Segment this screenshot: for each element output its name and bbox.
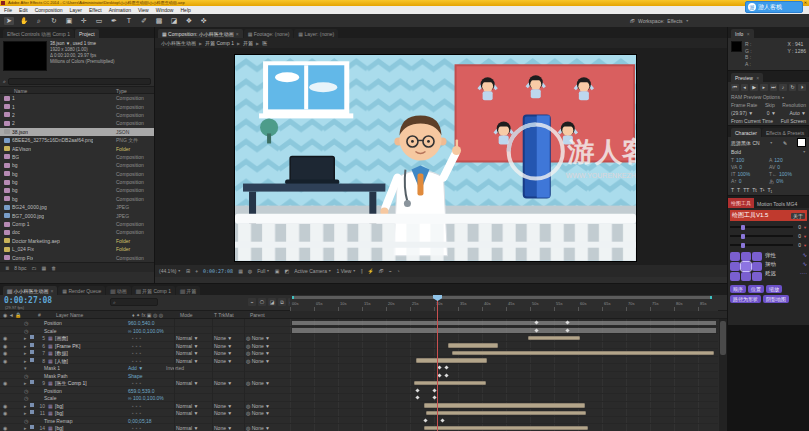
layer-color-chip[interactable] [30, 343, 34, 347]
layer-visibility-toggle[interactable]: ◉ [3, 358, 7, 364]
project-row[interactable]: bgComposition [0, 161, 154, 169]
timeline-row-prop[interactable]: ◷Position659.0,539.0 [0, 387, 290, 395]
tab-comp-0[interactable]: ▦ Composition: 小小科医生动画× [158, 29, 243, 38]
grid-options-icon[interactable]: ⊞ [186, 268, 190, 274]
transparency-grid-icon[interactable]: ◩ [285, 268, 290, 274]
project-row[interactable]: Comp 1Composition [0, 220, 154, 228]
anchor-cell[interactable] [752, 262, 762, 271]
project-row[interactable]: bgComposition [0, 178, 154, 186]
twirl-icon[interactable]: ▸ [24, 350, 27, 356]
eyedropper-icon[interactable]: ✎ [783, 140, 787, 146]
layer-visibility-toggle[interactable]: ◉ [3, 425, 7, 431]
project-row[interactable]: bgComposition [0, 195, 154, 203]
timeline-graph-row[interactable] [290, 334, 718, 342]
resolution-select[interactable]: Full▼ [257, 268, 270, 274]
layer-duration-bar[interactable] [452, 351, 714, 356]
mg-slider[interactable]: 0▼ [730, 242, 807, 248]
first-frame-button[interactable]: ⏮ [731, 84, 739, 91]
fill-color-swatch[interactable] [797, 138, 806, 147]
character-value[interactable]: 0% [776, 178, 783, 184]
layer-switches[interactable]: ▪▪▪ [132, 425, 143, 431]
exposure-icon[interactable]: ◔ [397, 268, 400, 274]
breadcrumb-item[interactable]: 开篇 Comp 1 [205, 40, 234, 46]
timeline-row-layer[interactable]: ◉▸9▦[医生 Comp 1]▪▪▪Normal ▼None ▼◎ None ▼ [0, 379, 290, 387]
character-field[interactable]: IT100% [731, 171, 768, 177]
anchor-grid[interactable] [730, 252, 762, 281]
layer-color-chip[interactable] [30, 350, 34, 354]
project-row[interactable]: 1Composition [0, 94, 154, 102]
timeline-graph-row[interactable] [290, 357, 718, 365]
layer-mode-select[interactable]: Normal ▼ [176, 403, 198, 409]
timeline-row-prop[interactable]: ◷Scale∞ 100.0,100.0% [0, 327, 290, 335]
menu-help[interactable]: Help [180, 7, 190, 13]
preview-value-select[interactable]: (29.97) ▼ [731, 110, 753, 116]
close-icon[interactable]: × [50, 288, 53, 294]
full-screen-toggle[interactable]: Full Screen [781, 118, 806, 124]
twirl-icon[interactable]: ▸ [24, 425, 27, 431]
project-row[interactable]: bgComposition [0, 186, 154, 194]
rotation-tool[interactable]: ↻ [49, 17, 59, 25]
timeline-graph-row[interactable] [290, 424, 718, 431]
close-icon[interactable]: × [236, 31, 239, 37]
slider-handle[interactable] [741, 243, 745, 248]
camera-select[interactable]: Active Camera▼ [294, 268, 331, 274]
prev-frame-button[interactable]: ◂ [741, 84, 749, 91]
project-row[interactable]: BGComposition [0, 153, 154, 161]
layer-duration-bar[interactable] [528, 336, 580, 341]
tab-draw-tools[interactable]: 绘图工具 [728, 198, 754, 208]
anchor-cell[interactable] [741, 252, 751, 261]
timeline-graph-row[interactable] [290, 372, 718, 380]
keyframe-icon[interactable] [432, 388, 436, 392]
style-button[interactable]: T [737, 187, 740, 193]
layer-color-chip[interactable] [30, 335, 34, 339]
project-row[interactable]: 2Composition [0, 119, 154, 127]
project-row[interactable]: 1Composition [0, 102, 154, 110]
keyframe-icon[interactable] [432, 396, 436, 400]
mask-inverted-checkbox[interactable]: Inverted [166, 365, 184, 371]
project-row[interactable]: 2Composition [0, 111, 154, 119]
character-field[interactable]: あ0% [769, 178, 806, 184]
timeline-row-prop[interactable]: ◷Mask PathShape [0, 372, 290, 380]
mg-about-button[interactable]: 关于 [791, 213, 805, 219]
timeline-row-layer[interactable]: ◉▸6▦[Frame PK]▪▪▪Normal ▼None ▼◎ None ▼ [0, 342, 290, 350]
current-time-display[interactable]: 0:00:27:08 [4, 296, 52, 305]
keyframe-icon[interactable] [444, 366, 448, 370]
clone-stamp-tool[interactable]: ▩ [154, 17, 164, 25]
character-value[interactable]: 0 [777, 164, 780, 170]
layer-parent-select[interactable]: ◎ None ▼ [246, 410, 270, 416]
stopwatch-icon[interactable]: ◷ [24, 388, 28, 394]
twirl-icon[interactable]: ▸ [24, 403, 27, 409]
timeline-graph-row[interactable] [290, 417, 718, 425]
selection-tool[interactable]: ➤ [4, 17, 14, 25]
twirl-icon[interactable]: ▾ [24, 365, 27, 371]
project-row[interactable]: docComposition [0, 228, 154, 236]
style-button[interactable]: TT [743, 187, 749, 193]
timeline-graph-row[interactable] [290, 394, 718, 402]
layer-name[interactable]: [bg] [55, 425, 63, 431]
timeline-scrollbar[interactable] [719, 319, 727, 431]
layer-parent-select[interactable]: ◎ None ▼ [246, 425, 270, 431]
property-name[interactable]: Time Remap [44, 418, 72, 424]
flowchart-icon[interactable]: ⌁ [389, 268, 392, 274]
layer-name[interactable]: [bg] [55, 410, 63, 416]
delete-icon[interactable]: 🗑 [51, 265, 56, 271]
timeline-search-input[interactable]: ⌕ [110, 298, 158, 306]
play-button[interactable]: ▶ [750, 84, 758, 91]
layer-mode-select[interactable]: Normal ▼ [176, 380, 198, 386]
stopwatch-icon[interactable]: ◷ [24, 395, 28, 401]
layer-switches[interactable]: ▪▪▪ [132, 358, 143, 364]
timeline-graph-row[interactable] [290, 402, 718, 410]
frame-blend-icon[interactable]: ⧉ [278, 298, 286, 306]
layer-mode-select[interactable]: Normal ▼ [176, 358, 198, 364]
last-frame-button[interactable]: ⏭ [770, 84, 778, 91]
mask-visibility-icon[interactable]: ⌖ [195, 268, 198, 275]
anchor-cell[interactable] [730, 262, 740, 271]
layer-parent-select[interactable]: ◎ None ▼ [246, 403, 270, 409]
magnification-select[interactable]: (44.1%)▼ [159, 268, 181, 274]
layer-mode-select[interactable]: Normal ▼ [176, 335, 198, 341]
layer-color-chip[interactable] [30, 380, 34, 384]
layer-duration-bar[interactable] [416, 358, 487, 363]
keyframe-icon[interactable] [440, 418, 444, 422]
roi-icon[interactable]: ▣ [275, 268, 280, 274]
eraser-tool[interactable]: ◪ [169, 17, 179, 25]
